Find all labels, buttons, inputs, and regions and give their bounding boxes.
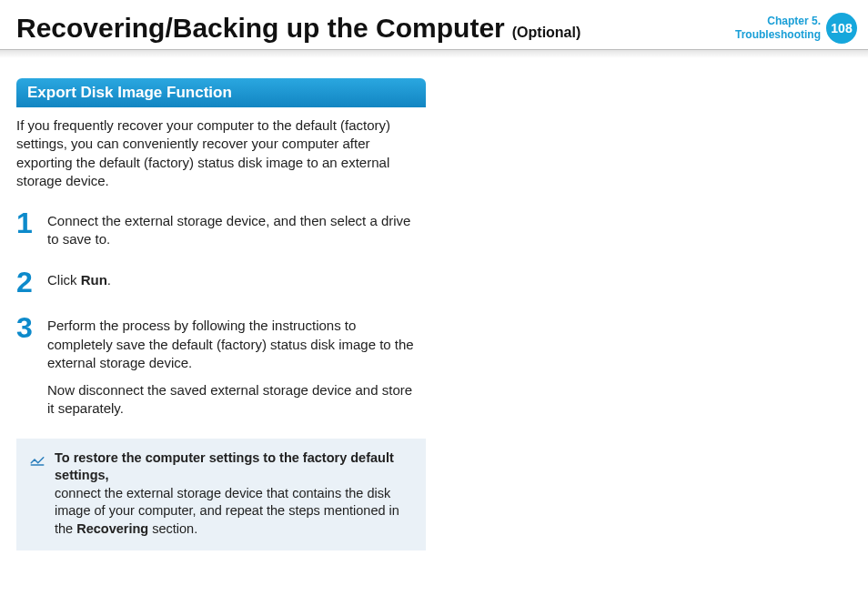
step-text: Connect the external storage device, and… bbox=[47, 212, 420, 249]
step-body: Perform the process by following the ins… bbox=[47, 315, 420, 418]
step-body: Click Run. bbox=[47, 269, 420, 296]
section-heading: Export Disk Image Function bbox=[16, 78, 426, 107]
chapter-line2: Troubleshooting bbox=[735, 28, 821, 42]
title-wrap: Recovering/Backing up the Computer (Opti… bbox=[16, 13, 580, 44]
header-divider bbox=[0, 49, 868, 58]
step-item: 3 Perform the process by following the i… bbox=[16, 315, 426, 418]
page-number-badge: 108 bbox=[826, 13, 857, 44]
page-subtitle: (Optional) bbox=[512, 25, 581, 41]
step-item: 1 Connect the external storage device, a… bbox=[16, 210, 426, 249]
step-number: 1 bbox=[16, 210, 36, 249]
step-body: Connect the external storage device, and… bbox=[47, 210, 420, 249]
step-number: 2 bbox=[16, 269, 36, 296]
page-title: Recovering/Backing up the Computer bbox=[16, 13, 505, 44]
steps-list: 1 Connect the external storage device, a… bbox=[16, 210, 426, 419]
note-box: To restore the computer settings to the … bbox=[16, 439, 426, 551]
chapter-line1: Chapter 5. bbox=[735, 15, 821, 28]
step-text-2: Now disconnect the saved external storag… bbox=[47, 381, 420, 419]
chapter-text: Chapter 5. Troubleshooting bbox=[735, 15, 821, 42]
note-text: connect the external storage device that… bbox=[55, 485, 413, 539]
step-text: Click Run. bbox=[47, 271, 420, 289]
page-header: Recovering/Backing up the Computer (Opti… bbox=[0, 0, 868, 44]
step-number: 3 bbox=[16, 315, 36, 418]
section-intro: If you frequently recover your computer … bbox=[16, 116, 424, 190]
step-text: Perform the process by following the ins… bbox=[47, 317, 420, 372]
note-body: To restore the computer settings to the … bbox=[55, 449, 413, 539]
step-item: 2 Click Run. bbox=[16, 269, 426, 296]
chapter-wrap: Chapter 5. Troubleshooting 108 bbox=[735, 13, 857, 44]
note-icon bbox=[29, 451, 45, 539]
content-column: Export Disk Image Function If you freque… bbox=[0, 58, 426, 550]
note-title: To restore the computer settings to the … bbox=[55, 449, 413, 485]
